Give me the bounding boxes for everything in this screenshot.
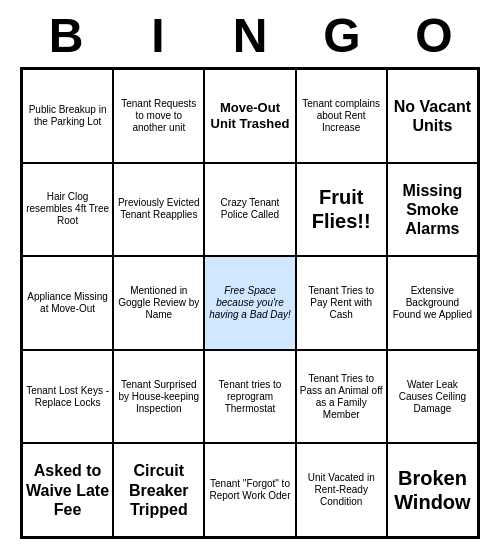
bingo-cell: Free Space because you're having a Bad D… (204, 256, 295, 350)
bingo-cell: Public Breakup in the Parking Lot (22, 69, 113, 163)
bingo-letter: I (128, 8, 188, 63)
bingo-cell: Unit Vacated in Rent-Ready Condition (296, 443, 387, 537)
bingo-cell: Tenant tries to reprogram Thermostat (204, 350, 295, 444)
bingo-grid: Public Breakup in the Parking LotTenant … (20, 67, 480, 539)
bingo-cell: Tenant Surprised by House-keeping Inspec… (113, 350, 204, 444)
bingo-cell: Hair Clog resembles 4ft Tree Root (22, 163, 113, 257)
bingo-cell: Missing Smoke Alarms (387, 163, 478, 257)
bingo-cell: Tenant Requests to move to another unit (113, 69, 204, 163)
bingo-cell: Previously Evicted Tenant Reapplies (113, 163, 204, 257)
bingo-cell: Tenant complains about Rent Increase (296, 69, 387, 163)
bingo-cell: Tenant "Forgot" to Report Work Oder (204, 443, 295, 537)
bingo-cell: Tenant Tries to Pass an Animal off as a … (296, 350, 387, 444)
bingo-cell: Move-Out Unit Trashed (204, 69, 295, 163)
bingo-cell: Fruit Flies!! (296, 163, 387, 257)
bingo-cell: Tenant Lost Keys - Replace Locks (22, 350, 113, 444)
bingo-cell: Appliance Missing at Move-Out (22, 256, 113, 350)
bingo-cell: Crazy Tenant Police Called (204, 163, 295, 257)
bingo-cell: Asked to Waive Late Fee (22, 443, 113, 537)
bingo-cell: Mentioned in Goggle Review by Name (113, 256, 204, 350)
bingo-cell: Water Leak Causes Ceiling Damage (387, 350, 478, 444)
bingo-letter: B (36, 8, 96, 63)
bingo-cell: Tenant Tries to Pay Rent with Cash (296, 256, 387, 350)
bingo-cell: Extensive Background Found we Applied (387, 256, 478, 350)
bingo-cell: Broken Window (387, 443, 478, 537)
bingo-letter: G (312, 8, 372, 63)
bingo-cell: Circuit Breaker Tripped (113, 443, 204, 537)
bingo-cell: No Vacant Units (387, 69, 478, 163)
bingo-letter: N (220, 8, 280, 63)
bingo-title: BINGO (20, 0, 480, 67)
bingo-letter: O (404, 8, 464, 63)
